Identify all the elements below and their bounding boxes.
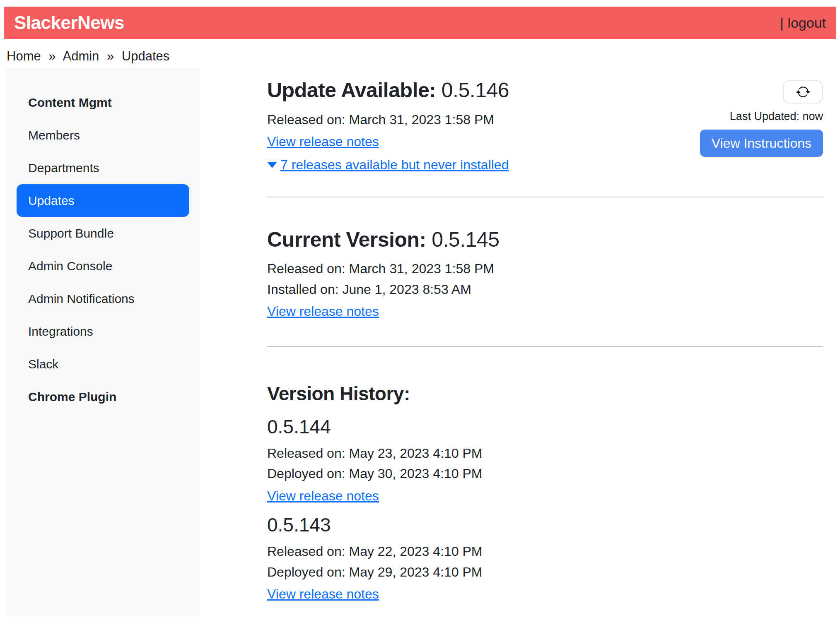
- current-released-on: Released on: March 31, 2023 1:58 PM: [267, 259, 823, 279]
- sidebar-item-support-bundle[interactable]: Support Bundle: [17, 217, 189, 250]
- history-released-on: Released on: May 22, 2023 4:10 PM: [267, 541, 823, 562]
- sidebar-item-content-mgmt[interactable]: Content Mgmt: [17, 86, 189, 119]
- update-available-version: 0.5.146: [442, 79, 509, 102]
- version-history-title: Version History:: [267, 382, 823, 405]
- sidebar-item-members[interactable]: Members: [17, 119, 189, 151]
- breadcrumb-home[interactable]: Home: [7, 49, 41, 63]
- version-history-entry: 0.5.144 Released on: May 23, 2023 4:10 P…: [267, 416, 823, 506]
- history-release-notes-link[interactable]: View release notes: [267, 587, 379, 601]
- history-version-number: 0.5.144: [267, 416, 823, 438]
- sidebar-item-slack[interactable]: Slack: [17, 348, 189, 380]
- sidebar-item-integrations[interactable]: Integrations: [17, 315, 189, 348]
- update-released-on: Released on: March 31, 2023 1:58 PM: [267, 110, 509, 130]
- history-deployed-on: Deployed on: May 29, 2023 4:10 PM: [267, 562, 823, 583]
- update-available-section: Update Available: 0.5.146 Released on: M…: [267, 79, 823, 197]
- current-version-title: Current Version: 0.5.145: [267, 229, 823, 251]
- caret-down-icon: [267, 162, 277, 168]
- sidebar-item-updates[interactable]: Updates: [17, 184, 189, 217]
- update-available-info: Update Available: 0.5.146 Released on: M…: [267, 79, 509, 173]
- sidebar-item-chrome-plugin[interactable]: Chrome Plugin: [17, 380, 189, 413]
- update-available-label: Update Available:: [267, 79, 436, 102]
- updates-main: Update Available: 0.5.146 Released on: M…: [200, 68, 840, 617]
- top-navbar: SlackerNews | logout: [4, 7, 836, 39]
- logout-link[interactable]: | logout: [780, 15, 826, 31]
- update-actions: Last Updated: now View Instructions: [699, 79, 823, 157]
- sidebar-item-departments[interactable]: Departments: [17, 151, 189, 184]
- breadcrumb-current: Updates: [122, 49, 169, 63]
- current-version-label: Current Version:: [267, 228, 426, 251]
- breadcrumb-separator: »: [48, 49, 56, 63]
- breadcrumb-admin[interactable]: Admin: [63, 49, 99, 63]
- refresh-button[interactable]: [783, 80, 823, 103]
- version-history-entry: 0.5.143 Released on: May 22, 2023 4:10 P…: [267, 514, 823, 604]
- refresh-icon: [796, 85, 810, 99]
- current-version-section: Current Version: 0.5.145 Released on: Ma…: [267, 197, 823, 347]
- sidebar-item-admin-console[interactable]: Admin Console: [17, 250, 189, 282]
- history-released-on: Released on: May 23, 2023 4:10 PM: [267, 443, 823, 464]
- current-version-number: 0.5.145: [432, 228, 499, 251]
- releases-never-installed-toggle[interactable]: 7 releases available but never installed: [280, 157, 509, 173]
- last-updated-text: Last Updated: now: [730, 110, 823, 123]
- version-history-section: Version History: 0.5.144 Released on: Ma…: [267, 347, 823, 605]
- current-installed-on: Installed on: June 1, 2023 8:53 AM: [267, 279, 823, 300]
- breadcrumb: Home » Admin » Updates: [7, 49, 840, 64]
- sidebar-item-admin-notifications[interactable]: Admin Notifications: [17, 282, 189, 315]
- brand-logo[interactable]: SlackerNews: [14, 12, 124, 33]
- history-version-number: 0.5.143: [267, 514, 823, 536]
- admin-sidebar: Content Mgmt Members Departments Updates…: [6, 68, 200, 617]
- page-layout: Content Mgmt Members Departments Updates…: [6, 68, 840, 617]
- current-release-notes-link[interactable]: View release notes: [267, 304, 379, 319]
- breadcrumb-separator: »: [107, 49, 114, 63]
- history-release-notes-link[interactable]: View release notes: [267, 488, 379, 503]
- history-deployed-on: Deployed on: May 30, 2023 4:10 PM: [267, 464, 823, 484]
- update-release-notes-link[interactable]: View release notes: [267, 134, 379, 149]
- view-instructions-button[interactable]: View Instructions: [700, 130, 823, 157]
- update-available-title: Update Available: 0.5.146: [267, 79, 509, 101]
